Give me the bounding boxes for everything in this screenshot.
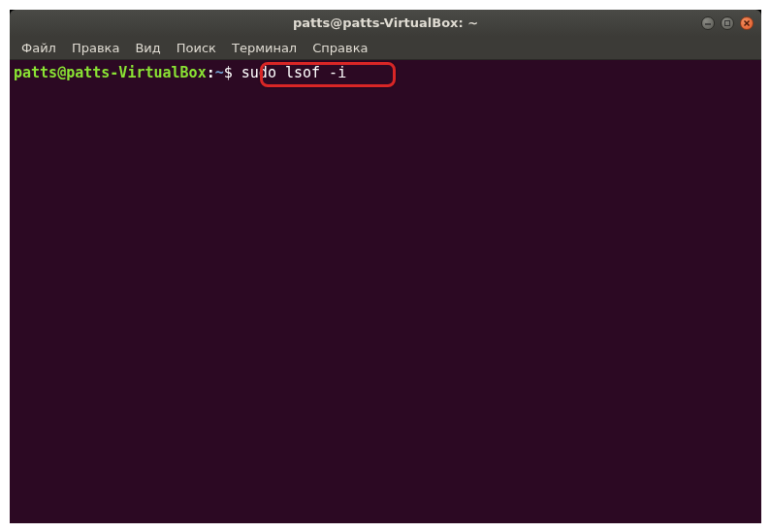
window-title: patts@patts-VirtualBox: ~ xyxy=(293,16,478,30)
prompt-colon: : xyxy=(207,64,215,81)
terminal-body[interactable]: patts@patts-VirtualBox:~$ sudo lsof -i xyxy=(10,60,761,523)
prompt-user-host: patts@patts-VirtualBox xyxy=(14,64,207,81)
maximize-button[interactable] xyxy=(721,16,734,30)
menu-view[interactable]: Вид xyxy=(127,39,168,57)
menu-edit[interactable]: Правка xyxy=(64,39,127,57)
svg-rect-1 xyxy=(725,20,730,25)
menu-help[interactable]: Справка xyxy=(305,39,375,57)
menubar: Файл Правка Вид Поиск Терминал Справка xyxy=(10,37,761,60)
prompt-dollar: $ xyxy=(224,64,241,81)
titlebar: patts@patts-VirtualBox: ~ xyxy=(10,10,761,37)
window-controls xyxy=(701,16,754,30)
terminal-window: patts@patts-VirtualBox: ~ Файл Правка Ви… xyxy=(10,10,761,523)
prompt-line: patts@patts-VirtualBox:~$ sudo lsof -i xyxy=(14,64,757,81)
minimize-button[interactable] xyxy=(701,16,715,30)
menu-terminal[interactable]: Терминал xyxy=(224,39,305,57)
prompt-path: ~ xyxy=(215,64,224,81)
menu-file[interactable]: Файл xyxy=(14,39,64,57)
menu-search[interactable]: Поиск xyxy=(169,39,224,57)
prompt-command: sudo lsof -i xyxy=(241,64,346,81)
close-button[interactable] xyxy=(740,16,754,30)
